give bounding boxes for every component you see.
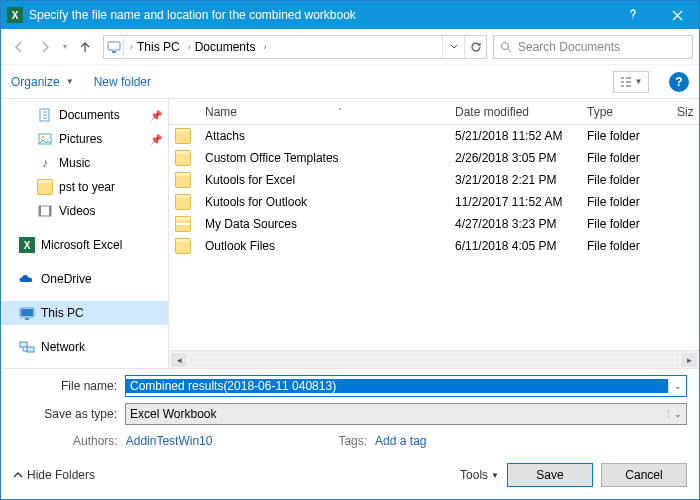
title-bar: X Specify the file name and location for… <box>1 1 699 29</box>
refresh-button[interactable] <box>464 36 486 58</box>
scroll-right-icon[interactable]: ▸ <box>681 353 697 367</box>
col-type[interactable]: Type <box>579 105 669 119</box>
sort-asc-icon: ˄ <box>338 107 342 116</box>
question-icon: ? <box>675 75 682 89</box>
folder-icon <box>175 172 191 188</box>
file-type: File folder <box>579 239 669 253</box>
col-date[interactable]: Date modified <box>447 105 579 119</box>
form-area: File name: Combined results(2018-06-11 0… <box>1 368 699 455</box>
tree-documents[interactable]: Documents📌 <box>1 103 168 127</box>
file-type: File folder <box>579 195 669 209</box>
refresh-icon <box>470 41 482 53</box>
chevron-right-icon: › <box>263 42 266 52</box>
scroll-track[interactable] <box>189 353 679 367</box>
cancel-button[interactable]: Cancel <box>601 463 687 487</box>
hide-folders-toggle[interactable]: Hide Folders <box>13 468 95 482</box>
breadcrumb-documents[interactable]: ›Documents› <box>184 40 271 54</box>
chevron-right-icon: › <box>130 42 133 52</box>
folder-icon <box>175 238 191 254</box>
folder-icon <box>175 194 191 210</box>
svg-rect-13 <box>27 347 34 352</box>
search-icon <box>500 41 512 53</box>
file-type: File folder <box>579 129 669 143</box>
svg-point-5 <box>42 136 45 139</box>
file-name: My Data Sources <box>197 217 447 231</box>
filename-value: Combined results(2018-06-11 040813) <box>126 379 668 393</box>
tools-menu[interactable]: Tools ▼ <box>460 468 499 482</box>
svg-point-2 <box>502 42 509 49</box>
pictures-icon <box>37 131 53 147</box>
breadcrumb-thispc[interactable]: ›This PC <box>126 40 184 54</box>
svg-rect-0 <box>108 42 120 50</box>
close-icon <box>672 10 683 21</box>
table-row[interactable]: Kutools for Outlook11/2/2017 11:52 AMFil… <box>169 191 699 213</box>
filename-input[interactable]: Combined results(2018-06-11 040813) ⌄ <box>125 375 687 397</box>
table-row[interactable]: Custom Office Templates2/26/2018 3:05 PM… <box>169 147 699 169</box>
authors-value[interactable]: AddinTestWin10 <box>126 434 213 448</box>
forward-button[interactable] <box>33 35 57 59</box>
up-button[interactable] <box>73 35 97 59</box>
folder-icon <box>175 150 191 166</box>
tree-excel[interactable]: XMicrosoft Excel <box>1 233 168 257</box>
column-headers: Name˄ Date modified Type Siz <box>169 99 699 125</box>
navigation-tree[interactable]: Documents📌 Pictures📌 ♪Music pst to year … <box>1 99 169 368</box>
pc-icon <box>104 37 124 57</box>
tree-pst[interactable]: pst to year <box>1 175 168 199</box>
address-bar[interactable]: ›This PC ›Documents› <box>103 35 487 59</box>
tree-thispc[interactable]: This PC <box>1 301 168 325</box>
svg-rect-7 <box>39 206 41 216</box>
table-row[interactable]: Kutools for Excel3/21/2018 2:21 PMFile f… <box>169 169 699 191</box>
music-icon: ♪ <box>37 155 53 171</box>
toolbar: Organize ▼ New folder ▼ ? <box>1 65 699 99</box>
col-name[interactable]: Name˄ <box>197 105 447 119</box>
chevron-down-icon: ▼ <box>491 471 499 480</box>
table-row[interactable]: Outlook Files6/11/2018 4:05 PMFile folde… <box>169 235 699 257</box>
chevron-down-icon[interactable]: ⌄ <box>668 381 686 391</box>
address-history-dropdown[interactable] <box>442 36 464 58</box>
file-type: File folder <box>579 173 669 187</box>
svg-rect-1 <box>112 51 116 53</box>
scroll-left-icon[interactable]: ◂ <box>171 353 187 367</box>
tree-network[interactable]: Network <box>1 335 168 359</box>
details-view-icon <box>620 77 632 87</box>
file-date: 11/2/2017 11:52 AM <box>447 195 579 209</box>
tree-pictures[interactable]: Pictures📌 <box>1 127 168 151</box>
table-row[interactable]: My Data Sources4/27/2018 3:23 PMFile fol… <box>169 213 699 235</box>
file-type: File folder <box>579 151 669 165</box>
tags-value[interactable]: Add a tag <box>375 434 426 448</box>
search-input[interactable]: Search Documents <box>493 35 693 59</box>
recent-locations-dropdown[interactable]: ▾ <box>59 42 71 51</box>
svg-rect-12 <box>20 342 27 347</box>
file-type: File folder <box>579 217 669 231</box>
chevron-down-icon: ▼ <box>635 77 643 86</box>
arrow-up-icon <box>78 40 92 54</box>
tree-videos[interactable]: Videos <box>1 199 168 223</box>
file-date: 5/21/2018 11:52 AM <box>447 129 579 143</box>
back-button[interactable] <box>7 35 31 59</box>
horizontal-scrollbar[interactable]: ◂ ▸ <box>169 350 699 368</box>
arrow-right-icon <box>38 40 52 54</box>
close-button[interactable] <box>655 1 699 29</box>
help-titlebar-button[interactable] <box>611 1 655 29</box>
save-dialog: X Specify the file name and location for… <box>0 0 700 500</box>
question-icon <box>627 9 639 21</box>
file-name: Attachs <box>197 129 447 143</box>
organize-menu[interactable]: Organize <box>11 75 60 89</box>
new-folder-button[interactable]: New folder <box>94 75 151 89</box>
save-button[interactable]: Save <box>507 463 593 487</box>
chevron-down-icon[interactable]: ⌄ <box>668 409 686 419</box>
saveas-type-select[interactable]: Excel Workbook ⌄ <box>125 403 687 425</box>
tree-music[interactable]: ♪Music <box>1 151 168 175</box>
view-mode-selector[interactable]: ▼ <box>613 71 649 93</box>
help-button[interactable]: ? <box>669 72 689 92</box>
chevron-down-icon <box>450 43 458 51</box>
tree-onedrive[interactable]: OneDrive <box>1 267 168 291</box>
col-size[interactable]: Siz <box>669 105 699 119</box>
navigation-bar: ▾ ›This PC ›Documents› Search Documents <box>1 29 699 65</box>
table-row[interactable]: Attachs5/21/2018 11:52 AMFile folder <box>169 125 699 147</box>
documents-icon <box>37 107 53 123</box>
footer: Hide Folders Tools ▼ Save Cancel <box>1 455 699 499</box>
chevron-right-icon: › <box>188 42 191 52</box>
file-list[interactable]: Attachs5/21/2018 11:52 AMFile folderCust… <box>169 125 699 350</box>
network-icon <box>19 339 35 355</box>
